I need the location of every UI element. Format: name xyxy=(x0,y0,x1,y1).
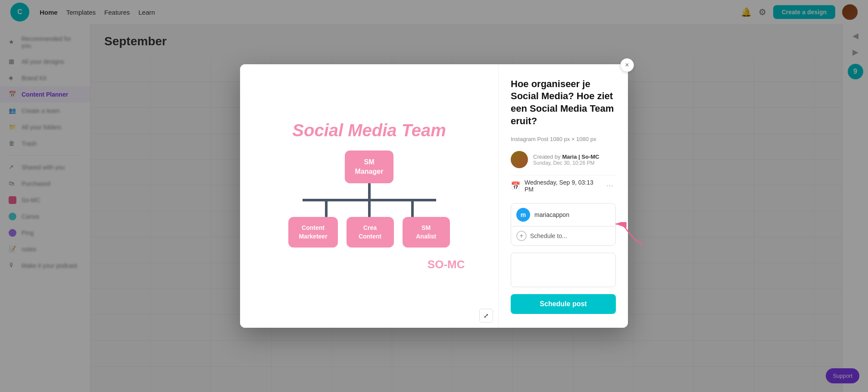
v-connector-top xyxy=(368,183,371,199)
modal-preview-panel: Social Media Team SMManager xyxy=(240,64,499,328)
design-canvas: Social Media Team SMManager xyxy=(240,64,498,328)
branch-box-crea: CreaContent xyxy=(347,217,394,248)
org-chart-title: Social Media Team xyxy=(292,121,446,140)
plus-icon: + xyxy=(516,231,527,241)
arrow-indicator xyxy=(611,222,646,248)
more-icon: ··· xyxy=(606,182,613,190)
creator-date: Sunday, Dec 30, 10:26 PM xyxy=(533,160,599,166)
account-name: mariacappon xyxy=(534,211,569,218)
branch-connectors xyxy=(303,201,436,217)
creator-info: Created by Maria | So-MC Sunday, Dec 30,… xyxy=(533,153,599,166)
calendar-icon-small: 📅 xyxy=(511,181,520,191)
top-node: SMManager xyxy=(288,151,450,248)
top-box: SMManager xyxy=(345,151,394,184)
watermark: SO-MC xyxy=(428,258,468,271)
post-title: Hoe organiseer je Social Media? Hoe ziet… xyxy=(511,78,616,127)
account-row[interactable]: m mariacappon xyxy=(511,204,615,226)
creator-avatar xyxy=(511,151,528,168)
branch-boxes: ContentMarketeer CreaContent SMAnalist xyxy=(288,217,450,248)
modal-dialog: × Social Media Team SMManager xyxy=(240,64,628,328)
modal-overlay: × Social Media Team SMManager xyxy=(0,0,868,392)
schedule-date-row: 📅 Wednesday, Sep 9, 03:13 PM ··· xyxy=(511,175,616,196)
creator-row: Created by Maria | So-MC Sunday, Dec 30,… xyxy=(511,151,616,168)
caption-input[interactable] xyxy=(511,253,616,287)
schedule-date-value: Wednesday, Sep 9, 03:13 PM xyxy=(525,179,599,193)
branch-box-content: ContentMarketeer xyxy=(288,217,337,248)
modal-close-button[interactable]: × xyxy=(620,58,634,72)
schedule-to-label: Schedule to... xyxy=(530,232,567,239)
account-avatar: m xyxy=(516,208,530,222)
branch-box-sm: SMAnalist xyxy=(403,217,450,248)
expand-icon: ⤢ xyxy=(484,312,489,319)
more-options-button[interactable]: ··· xyxy=(604,180,616,192)
h-bar xyxy=(303,199,436,201)
account-dropdown: m mariacappon + Schedule to... xyxy=(511,203,616,246)
schedule-to-row[interactable]: + Schedule to... xyxy=(511,226,615,245)
v-right xyxy=(411,201,414,217)
v-left xyxy=(325,201,328,217)
expand-button[interactable]: ⤢ xyxy=(479,309,493,323)
creator-name: Created by Maria | So-MC xyxy=(533,153,599,160)
h-connector xyxy=(303,199,436,201)
schedule-post-button[interactable]: Schedule post xyxy=(511,294,616,314)
creator-full-name: Maria | So-MC xyxy=(562,154,599,160)
modal-info-panel: Hoe organiseer je Social Media? Hoe ziet… xyxy=(499,64,628,328)
v-center xyxy=(368,201,371,217)
org-chart: Social Media Team SMManager xyxy=(262,112,477,280)
post-subtitle: Instagram Post 1080 px × 1080 px xyxy=(511,136,616,142)
